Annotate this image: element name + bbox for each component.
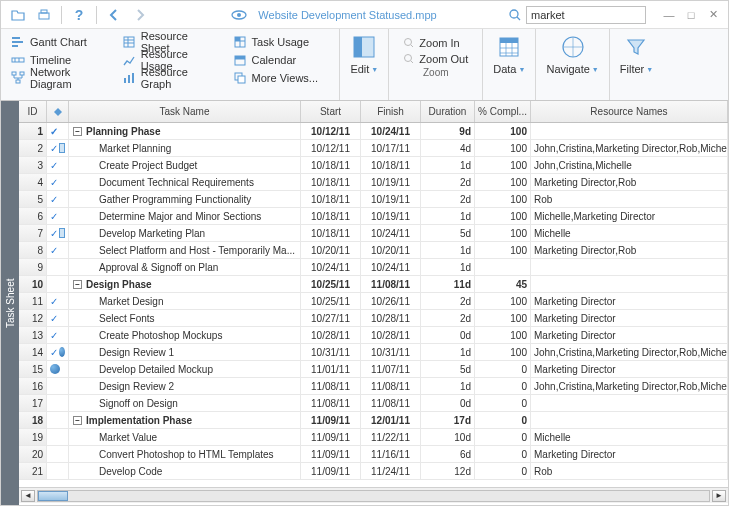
cell-finish[interactable]: 12/01/11 — [361, 412, 421, 428]
col-start[interactable]: Start — [301, 101, 361, 122]
forward-icon[interactable] — [129, 4, 151, 26]
cell-duration[interactable]: 1d — [421, 208, 475, 224]
cell-complete[interactable]: 100 — [475, 140, 531, 156]
cell-resources[interactable]: Marketing Director,Rob — [531, 174, 728, 190]
col-finish[interactable]: Finish — [361, 101, 421, 122]
cell-start[interactable]: 11/09/11 — [301, 429, 361, 445]
cell-complete[interactable]: 100 — [475, 293, 531, 309]
cell-task[interactable]: −Planning Phase — [69, 123, 301, 139]
table-row[interactable]: 1✓−Planning Phase10/12/1110/24/119d100 — [19, 123, 728, 140]
ribbon-graph[interactable]: Resource Graph — [120, 69, 221, 87]
cell-start[interactable]: 11/08/11 — [301, 395, 361, 411]
cell-duration[interactable]: 1d — [421, 242, 475, 258]
table-row[interactable]: 20Convert Photoshop to HTML Templates11/… — [19, 446, 728, 463]
col-complete[interactable]: % Compl... — [475, 101, 531, 122]
collapse-icon[interactable]: − — [73, 280, 82, 289]
cell-task[interactable]: Market Design — [69, 293, 301, 309]
open-icon[interactable] — [7, 4, 29, 26]
close-icon[interactable]: ✕ — [704, 6, 722, 24]
col-task[interactable]: Task Name — [69, 101, 301, 122]
cell-duration[interactable]: 0d — [421, 395, 475, 411]
cell-task[interactable]: −Design Phase — [69, 276, 301, 292]
cell-start[interactable]: 10/31/11 — [301, 344, 361, 360]
cell-task[interactable]: Convert Photoshop to HTML Templates — [69, 446, 301, 462]
task-sheet-tab[interactable]: Task Sheet — [1, 101, 19, 505]
col-duration[interactable]: Duration — [421, 101, 475, 122]
cell-resources[interactable]: Marketing Director — [531, 293, 728, 309]
table-row[interactable]: 17Signoff on Design11/08/1111/08/110d0 — [19, 395, 728, 412]
cell-complete[interactable]: 45 — [475, 276, 531, 292]
cell-task[interactable]: −Implementation Phase — [69, 412, 301, 428]
cell-start[interactable]: 10/24/11 — [301, 259, 361, 275]
cell-finish[interactable]: 10/19/11 — [361, 191, 421, 207]
ribbon-network[interactable]: Network Diagram — [9, 69, 110, 87]
cell-start[interactable]: 10/12/11 — [301, 123, 361, 139]
cell-task[interactable]: Create Project Budget — [69, 157, 301, 173]
collapse-icon[interactable]: − — [73, 127, 82, 136]
cell-resources[interactable] — [531, 412, 728, 428]
cell-duration[interactable]: 11d — [421, 276, 475, 292]
cell-complete[interactable]: 100 — [475, 327, 531, 343]
col-indicator[interactable] — [47, 101, 69, 122]
cell-finish[interactable]: 10/20/11 — [361, 242, 421, 258]
cell-start[interactable]: 10/25/11 — [301, 276, 361, 292]
data-button[interactable]: Data▼ — [483, 29, 535, 79]
cell-duration[interactable]: 2d — [421, 310, 475, 326]
table-row[interactable]: 15Develop Detailed Mockup11/01/1111/07/1… — [19, 361, 728, 378]
cell-resources[interactable] — [531, 395, 728, 411]
cell-start[interactable]: 10/18/11 — [301, 191, 361, 207]
back-icon[interactable] — [103, 4, 125, 26]
cell-task[interactable]: Select Fonts — [69, 310, 301, 326]
cell-task[interactable]: Design Review 2 — [69, 378, 301, 394]
table-row[interactable]: 12✓Select Fonts10/27/1110/28/112d100Mark… — [19, 310, 728, 327]
cell-task[interactable]: Develop Detailed Mockup — [69, 361, 301, 377]
cell-finish[interactable]: 11/16/11 — [361, 446, 421, 462]
maximize-icon[interactable]: □ — [682, 6, 700, 24]
cell-finish[interactable]: 10/19/11 — [361, 174, 421, 190]
search-icon[interactable] — [508, 8, 522, 22]
table-row[interactable]: 6✓Determine Major and Minor Sections10/1… — [19, 208, 728, 225]
cell-resources[interactable]: John,Cristina,Michelle — [531, 157, 728, 173]
ribbon-more[interactable]: More Views... — [231, 69, 332, 87]
cell-duration[interactable]: 9d — [421, 123, 475, 139]
cell-task[interactable]: Design Review 1 — [69, 344, 301, 360]
help-icon[interactable]: ? — [68, 4, 90, 26]
cell-complete[interactable] — [475, 259, 531, 275]
cell-start[interactable]: 10/20/11 — [301, 242, 361, 258]
cell-complete[interactable]: 100 — [475, 344, 531, 360]
table-row[interactable]: 14✓Design Review 110/31/1110/31/111d100J… — [19, 344, 728, 361]
cell-resources[interactable] — [531, 259, 728, 275]
table-row[interactable]: 11✓Market Design10/25/1110/26/112d100Mar… — [19, 293, 728, 310]
cell-finish[interactable]: 10/24/11 — [361, 225, 421, 241]
cell-complete[interactable]: 0 — [475, 378, 531, 394]
cell-start[interactable]: 10/25/11 — [301, 293, 361, 309]
cell-finish[interactable]: 11/08/11 — [361, 395, 421, 411]
cell-start[interactable]: 11/08/11 — [301, 378, 361, 394]
cell-task[interactable]: Gather Programming Functionality — [69, 191, 301, 207]
minimize-icon[interactable]: — — [660, 6, 678, 24]
cell-start[interactable]: 11/09/11 — [301, 463, 361, 479]
cell-finish[interactable]: 11/08/11 — [361, 276, 421, 292]
cell-resources[interactable]: John,Cristina,Marketing Director,Rob,Mic… — [531, 378, 728, 394]
table-row[interactable]: 18−Implementation Phase11/09/1112/01/111… — [19, 412, 728, 429]
cell-finish[interactable]: 11/07/11 — [361, 361, 421, 377]
cell-resources[interactable]: Marketing Director — [531, 361, 728, 377]
cell-task[interactable]: Select Platform and Host - Temporarily M… — [69, 242, 301, 258]
cell-finish[interactable]: 10/18/11 — [361, 157, 421, 173]
cell-duration[interactable]: 17d — [421, 412, 475, 428]
cell-start[interactable]: 10/18/11 — [301, 157, 361, 173]
cell-resources[interactable]: Rob — [531, 463, 728, 479]
cell-finish[interactable]: 11/08/11 — [361, 378, 421, 394]
cell-start[interactable]: 10/27/11 — [301, 310, 361, 326]
cell-complete[interactable]: 100 — [475, 242, 531, 258]
cell-resources[interactable]: John,Cristina,Marketing Director,Rob,Mic… — [531, 344, 728, 360]
table-row[interactable]: 7✓Develop Marketing Plan10/18/1110/24/11… — [19, 225, 728, 242]
cell-task[interactable]: Develop Code — [69, 463, 301, 479]
table-row[interactable]: 13✓Create Photoshop Mockups10/28/1110/28… — [19, 327, 728, 344]
cell-resources[interactable] — [531, 123, 728, 139]
cell-duration[interactable]: 5d — [421, 361, 475, 377]
cell-resources[interactable]: Marketing Director — [531, 446, 728, 462]
scroll-left-icon[interactable]: ◄ — [21, 490, 35, 502]
hscroll-track[interactable] — [37, 490, 710, 502]
ribbon-calendar[interactable]: Calendar — [231, 51, 332, 69]
